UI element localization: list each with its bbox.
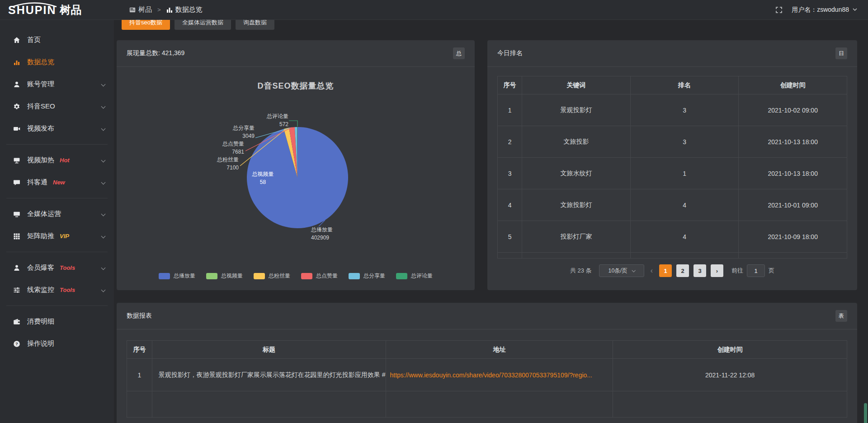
heat-icon: [13, 156, 20, 164]
sidebar-item-heat[interactable]: 视频加热Hot: [0, 149, 114, 171]
table-row: 5投影灯厂家42021-10-09 18:00: [498, 221, 847, 253]
chat-icon: [13, 179, 20, 186]
sidebar-item-label: 账号管理: [27, 80, 54, 89]
grid-icon: [13, 232, 20, 240]
svg-text:?: ?: [15, 341, 18, 346]
sidebar-item-label: 会员爆客: [27, 263, 54, 272]
legend-item-总粉丝量[interactable]: 总粉丝量: [254, 272, 290, 280]
page-button-2[interactable]: 2: [676, 264, 689, 277]
report-panel-title: 数据报表: [127, 312, 152, 320]
pie-label-总播放量: 总播放量402909: [311, 226, 361, 242]
sidebar-item-label: 抖客通: [27, 178, 47, 187]
user-icon: [13, 80, 20, 88]
breadcrumb-item-root[interactable]: 树品: [129, 5, 152, 14]
scrollbar-thumb[interactable]: [864, 403, 867, 423]
sidebar-item-label: 抖音SEO: [27, 102, 55, 111]
legend-item-总分享量[interactable]: 总分享量: [349, 272, 385, 280]
seo-chart-panel: 展现量总数: 421,369 总 D音SEO数据量总览 总播放量402909总视…: [117, 40, 475, 290]
legend-item-总视频量[interactable]: 总视频量: [206, 272, 243, 280]
goto-page-input[interactable]: [747, 264, 765, 277]
sidebar-item-home[interactable]: 首页: [0, 29, 114, 51]
legend-swatch: [254, 273, 265, 279]
app-logo: SHUPIN 树品: [0, 1, 114, 19]
legend-swatch: [159, 273, 170, 279]
report-column-header: 创建时间: [613, 341, 847, 359]
impressions-total-label: 展现量总数: 421,369: [127, 49, 184, 57]
sidebar-item-question[interactable]: ?操作说明: [0, 333, 114, 355]
sidebar-badge: VIP: [60, 233, 69, 240]
sidebar-badge: New: [53, 179, 65, 186]
page-size-select[interactable]: 10条/页: [599, 264, 644, 277]
chevron-down-icon: [101, 158, 106, 163]
ranking-panel-title: 今日排名: [497, 49, 523, 57]
sidebar-item-label: 首页: [27, 36, 41, 44]
pie-label-总粉丝量: 总粉丝量7100: [198, 155, 239, 172]
pie-label-总点赞量: 总点赞量7681: [203, 140, 244, 156]
chevron-down-icon: [101, 234, 106, 239]
today-ranking-panel: 今日排名 日 序号关键词排名创建时间1景观投影灯32021-10-02 09:0…: [487, 40, 857, 290]
chart-legend: 总播放量总视频量总粉丝量总点赞量总分享量总评论量: [117, 272, 475, 280]
sidebar-item-member[interactable]: 会员爆客Tools: [0, 257, 114, 279]
daily-view-button[interactable]: 日: [835, 47, 847, 59]
table-row: 1景观投影灯，夜游景观投影灯厂家展示展示落花灯在花园里的灯光投影应用效果 #ht…: [127, 359, 847, 391]
sidebar-item-chat[interactable]: 抖客通New: [0, 171, 114, 193]
ranking-column-header: 关键词: [522, 76, 631, 94]
goto-label: 前往: [731, 267, 743, 275]
legend-item-总评论量[interactable]: 总评论量: [396, 272, 433, 280]
chevron-down-icon: [101, 180, 106, 185]
sidebar-item-sliders[interactable]: 线索监控Tools: [0, 279, 114, 301]
breadcrumb-item-current[interactable]: 数据总览: [166, 5, 203, 14]
wallet-icon: [13, 318, 20, 325]
ranking-column-header: 创建时间: [739, 76, 847, 94]
goto-unit-label: 页: [769, 267, 774, 275]
pie-chart-svg: [117, 67, 475, 290]
sidebar-item-user[interactable]: 账号管理: [0, 73, 114, 95]
table-view-button[interactable]: 表: [835, 310, 847, 322]
table-row-stub: [498, 253, 847, 258]
sidebar-item-gear[interactable]: 抖音SEO: [0, 95, 114, 118]
total-view-button[interactable]: 总: [453, 47, 465, 59]
sidebar-divider: [6, 252, 108, 252]
screen-icon: [13, 210, 20, 218]
next-page-button[interactable]: ›: [711, 264, 723, 277]
page-button-1[interactable]: 1: [659, 264, 672, 277]
pie-label-总视频量: 总视频量58: [241, 170, 284, 186]
prev-page-button[interactable]: ‹: [649, 267, 655, 275]
logo-arc-icon: [9, 2, 60, 7]
sidebar-item-chart[interactable]: 数据总览: [0, 51, 114, 73]
ranking-column-header: 排名: [630, 76, 739, 94]
report-link[interactable]: https://www.iesdouyin.com/share/video/70…: [390, 371, 592, 379]
sidebar-item-wallet[interactable]: 消费明细: [0, 310, 114, 333]
sidebar-item-screen[interactable]: 全媒体运营: [0, 203, 114, 225]
page-button-3[interactable]: 3: [693, 264, 706, 277]
username-label: 用户名：zswodun88: [792, 6, 849, 14]
chevron-down-icon: [632, 268, 635, 272]
pagination: 共 23 条10条/页‹123›前往页: [497, 264, 847, 277]
table-row: 1景观投影灯32021-10-02 09:00: [498, 94, 847, 126]
report-title: 景观投影灯，夜游景观投影灯厂家展示展示落花灯在花园里的灯光投影应用效果 #: [152, 359, 386, 391]
chevron-down-icon: [101, 82, 106, 87]
data-report-panel: 数据报表 表 序号标题地址创建时间1景观投影灯，夜游景观投影灯厂家展示展示落花灯…: [117, 303, 857, 423]
sidebar-item-grid[interactable]: 矩阵助推VIP: [0, 225, 114, 247]
user-menu[interactable]: 用户名：zswodun88: [792, 6, 857, 14]
chevron-down-icon: [101, 266, 106, 270]
fullscreen-icon[interactable]: [775, 6, 783, 14]
legend-item-总点赞量[interactable]: 总点赞量: [301, 272, 338, 280]
bar-chart-icon: [166, 7, 173, 13]
ranking-column-header: 序号: [498, 76, 522, 94]
breadcrumb-separator: >: [157, 6, 161, 13]
table-row-clipped: [127, 391, 847, 418]
legend-item-总播放量[interactable]: 总播放量: [159, 272, 195, 280]
sidebar-item-label: 视频加热: [27, 156, 54, 164]
sidebar-item-video[interactable]: 视频发布: [0, 118, 114, 140]
sidebar-item-label: 矩阵助推: [27, 232, 54, 240]
sidebar-divider: [6, 198, 108, 198]
pie-chart: D音SEO数据量总览 总播放量402909总视频量58总粉丝量7100总点赞量7…: [117, 67, 475, 290]
pie-leader-line: [289, 121, 297, 127]
report-table: 序号标题地址创建时间1景观投影灯，夜游景观投影灯厂家展示展示落花灯在花园里的灯光…: [127, 340, 847, 418]
video-icon: [13, 125, 20, 132]
report-created: 2021-11-22 12:08: [613, 359, 847, 391]
member-icon: [13, 264, 20, 272]
sidebar-badge: Tools: [60, 287, 75, 293]
sidebar-badge: Tools: [60, 264, 75, 271]
